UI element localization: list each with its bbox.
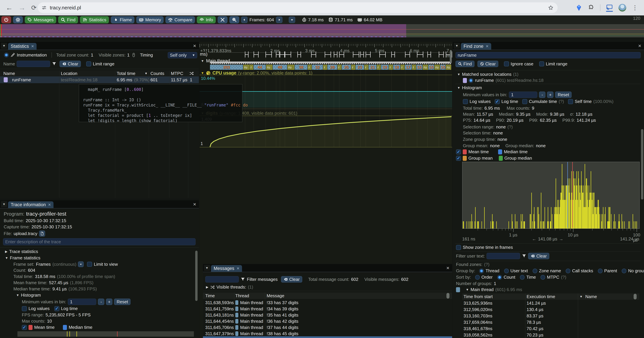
tree-expanded-icon[interactable]: ▼: [5, 256, 8, 260]
zone-group-row[interactable]: ▼ Main thread (601) 6.95 ms: [456, 287, 522, 292]
draw-group-mean-checkbox[interactable]: ✓: [456, 156, 461, 161]
tab-close-icon[interactable]: ×: [486, 44, 488, 49]
col-time[interactable]: Time: [205, 293, 215, 298]
radio-parent[interactable]: [598, 268, 602, 273]
frame-prev-button[interactable]: [241, 16, 248, 23]
filter-funnel-icon[interactable]: [522, 254, 526, 258]
back-icon[interactable]: ←: [6, 4, 13, 12]
toolbar-button-power[interactable]: [1, 16, 11, 23]
col-time-from-start[interactable]: Time from start: [464, 294, 493, 299]
match-name[interactable]: runFrame: [475, 78, 494, 83]
toolbar-button-compare[interactable]: Compare: [166, 16, 195, 23]
name-filter-input[interactable]: [16, 61, 50, 67]
col-execution-time[interactable]: Execution time: [526, 294, 555, 299]
frame-overview-band[interactable]: [0, 24, 644, 38]
limit-to-view-checkbox[interactable]: [87, 262, 92, 267]
instrumentation-radio[interactable]: [4, 53, 9, 57]
group-median-swatch[interactable]: [499, 156, 503, 161]
clear-filter-button[interactable]: Clear: [528, 253, 549, 259]
tree-expanded-icon[interactable]: ▼: [457, 72, 460, 76]
col-thread[interactable]: Thread: [235, 293, 249, 298]
panel-close-icon[interactable]: ×: [190, 201, 199, 208]
group-name[interactable]: Main thread: [470, 287, 494, 292]
browser-menu-icon[interactable]: ⋮: [632, 4, 638, 11]
horizontal-scrollbar[interactable]: [203, 336, 452, 338]
bookmark-star-icon[interactable]: [548, 5, 554, 10]
frame-next-button[interactable]: [276, 16, 282, 23]
draw-mean-checkbox[interactable]: ✓: [456, 150, 461, 154]
panel-close-icon[interactable]: ×: [636, 43, 644, 49]
toolbar-button-info[interactable]: Info: [197, 16, 216, 23]
radio-user-text[interactable]: [504, 268, 509, 273]
bin-minus-button[interactable]: -: [98, 298, 104, 305]
found-zones-table-header[interactable]: Time from start Execution time ▼ Name: [462, 294, 639, 300]
radio-no-grouping[interactable]: [622, 268, 626, 273]
group-mean-swatch[interactable]: [463, 156, 467, 161]
col-counts[interactable]: Counts: [150, 71, 164, 76]
url-bar[interactable]: tracy.nereid.pl: [38, 2, 558, 13]
col-mtpc[interactable]: MTPC: [171, 71, 183, 76]
log-time-checkbox[interactable]: ✓: [54, 306, 59, 311]
tab-close-icon[interactable]: ×: [31, 44, 34, 49]
trace-description-input[interactable]: [3, 238, 196, 245]
log-values-checkbox[interactable]: [22, 306, 27, 311]
log-values-checkbox[interactable]: [463, 99, 468, 104]
radio-thread[interactable]: [479, 268, 484, 273]
message-row[interactable]: 311,641,759nsMain thread!34 has 39 digit…: [203, 306, 452, 312]
panel-scrollbar-thumb[interactable]: [641, 129, 643, 200]
message-row[interactable]: 311,645,706nsMain thread!37 has 44 digit…: [203, 324, 452, 330]
radio-zone-name[interactable]: [533, 268, 537, 273]
tab-find-zone[interactable]: Find zone ×: [461, 43, 491, 50]
toolbar-button-memory[interactable]: Memory: [136, 16, 164, 23]
avatar[interactable]: [618, 4, 626, 12]
tab-messages[interactable]: Messages ×: [211, 265, 242, 272]
extension-gem-icon[interactable]: [576, 4, 582, 11]
cumulate-time-checkbox[interactable]: [522, 99, 527, 104]
limit-range-checkbox[interactable]: [539, 61, 544, 66]
frame-statistics-node[interactable]: Frame statistics: [10, 255, 40, 260]
bin-plus-button[interactable]: +: [106, 298, 112, 305]
filter-funnel-icon[interactable]: [240, 277, 245, 282]
radio-count[interactable]: [497, 275, 502, 280]
toolbar-button-settings[interactable]: [13, 16, 23, 23]
clear-messages-button[interactable]: Clear: [281, 276, 302, 282]
clear-find-button[interactable]: Clear: [478, 61, 498, 67]
min-bin-input[interactable]: 1: [509, 92, 537, 98]
panel-collapse-icon[interactable]: ▼: [454, 43, 460, 49]
messages-table-header[interactable]: Time Thread Message: [203, 292, 452, 299]
found-zone-row[interactable]: 313,160,703ns83.37 µs: [462, 313, 639, 319]
matched-source-locations-node[interactable]: Matched source locations: [462, 72, 512, 77]
bin-plus-button[interactable]: +: [547, 92, 554, 98]
col-location[interactable]: Location: [61, 71, 77, 76]
radio-mtpc[interactable]: [540, 275, 545, 280]
scrollbar-thumb[interactable]: [634, 294, 636, 300]
col-name[interactable]: Name: [585, 294, 597, 299]
frame-set-dropdown[interactable]: [78, 262, 84, 267]
message-row[interactable]: 311,647,379nsMain thread!38 has 45 digit…: [203, 330, 452, 337]
forward-icon[interactable]: →: [18, 4, 26, 12]
median-time-swatch[interactable]: [498, 150, 502, 154]
bin-reset-button[interactable]: Reset: [555, 92, 572, 98]
copy-file-button[interactable]: [39, 230, 45, 236]
mean-time-swatch[interactable]: [463, 150, 467, 154]
panel-collapse-icon[interactable]: ▼: [204, 265, 210, 271]
found-zone-row[interactable]: 312,596,020ns130.4 µs: [462, 306, 639, 312]
scrollbar-thumb[interactable]: [195, 251, 198, 301]
show-zone-time-checkbox[interactable]: [456, 245, 461, 250]
find-button[interactable]: Find: [456, 61, 474, 67]
message-row[interactable]: 311,638,593nsMain thread!33 has 37 digit…: [203, 300, 452, 306]
filter-funnel-icon[interactable]: [52, 62, 56, 66]
tab-close-icon[interactable]: ×: [48, 202, 51, 208]
mean-time-checkbox[interactable]: ✓: [22, 325, 27, 330]
found-zone-row[interactable]: 318,058,562ns70.23 µs: [462, 332, 639, 338]
median-time-swatch[interactable]: [63, 325, 67, 330]
trace-statistics-node[interactable]: Trace statistics: [9, 249, 38, 254]
scrollbar-thumb[interactable]: [446, 293, 450, 298]
min-bin-input[interactable]: 1: [68, 298, 96, 305]
histogram-node[interactable]: Histogram: [462, 85, 482, 90]
log-time-checkbox[interactable]: ✓: [495, 99, 500, 104]
cast-icon[interactable]: [606, 4, 613, 12]
site-info-icon[interactable]: [42, 5, 47, 10]
mean-time-swatch[interactable]: [28, 325, 32, 330]
panel-close-icon[interactable]: ×: [190, 43, 199, 49]
